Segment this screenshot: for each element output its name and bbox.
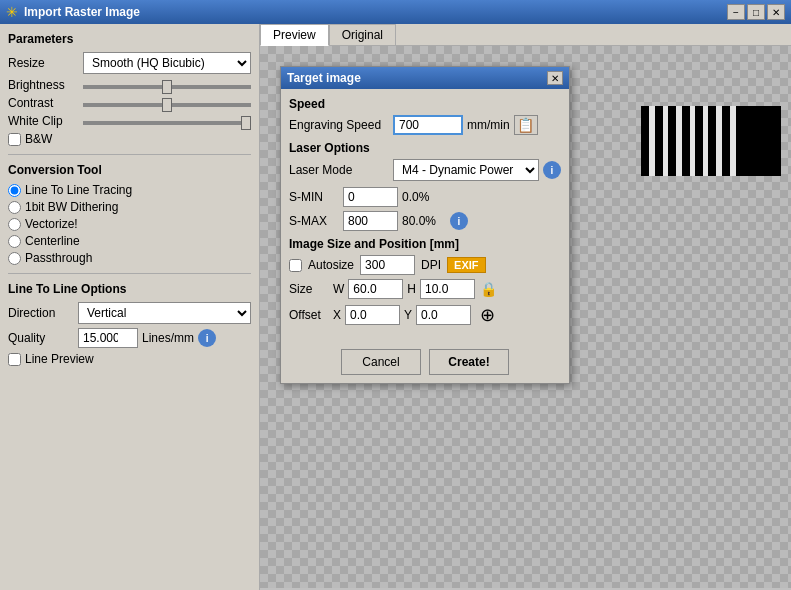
radio-line-tracing[interactable]: Line To Line Tracing (8, 183, 251, 197)
dpi-label: DPI (421, 258, 441, 272)
dialog-body: Speed Engraving Speed mm/min 📋 Laser Opt… (281, 89, 569, 341)
target-image-dialog: Target image ✕ Speed Engraving Speed mm/… (280, 66, 570, 384)
autosize-label: Autosize (308, 258, 354, 272)
app-icon: ✳ (6, 4, 18, 20)
lock-button[interactable]: 🔒 (479, 280, 497, 298)
laser-options-title: Laser Options (289, 141, 561, 155)
tab-preview[interactable]: Preview (260, 24, 329, 46)
quality-label: Quality (8, 331, 78, 345)
speed-section-title: Speed (289, 97, 561, 111)
width-input[interactable] (348, 279, 403, 299)
brightness-slider[interactable] (83, 85, 251, 89)
direction-select[interactable]: Vertical (78, 302, 251, 324)
autosize-checkbox[interactable] (289, 259, 302, 272)
smax-row: S-MAX 80.0% i (289, 211, 561, 231)
radio-passthrough-input[interactable] (8, 252, 21, 265)
preview-tabs: Preview Original (260, 24, 791, 46)
close-button[interactable]: ✕ (767, 4, 785, 20)
laser-mode-row: Laser Mode M4 - Dynamic Power i (289, 159, 561, 181)
dialog-title: Target image (287, 71, 361, 85)
radio-centerline-label: Centerline (25, 234, 80, 248)
brightness-label: Brightness (8, 78, 83, 92)
resize-select[interactable]: Smooth (HQ Bicubic) (83, 52, 251, 74)
engraving-speed-label: Engraving Speed (289, 118, 389, 132)
x-offset-input[interactable] (345, 305, 400, 325)
resize-row: Resize Smooth (HQ Bicubic) (8, 52, 251, 74)
radio-passthrough-label: Passthrough (25, 251, 92, 265)
parameters-title: Parameters (8, 32, 251, 46)
smax-label: S-MAX (289, 214, 339, 228)
quality-unit: Lines/mm (142, 331, 194, 345)
maximize-button[interactable]: □ (747, 4, 765, 20)
speed-unit: mm/min (467, 118, 510, 132)
radio-bw-dithering-input[interactable] (8, 201, 21, 214)
x-label: X (333, 308, 341, 322)
dpi-input[interactable] (360, 255, 415, 275)
tab-original[interactable]: Original (329, 24, 396, 45)
smax-info-button[interactable]: i (450, 212, 468, 230)
radio-centerline-input[interactable] (8, 235, 21, 248)
line-preview-checkbox[interactable] (8, 353, 21, 366)
radio-vectorize[interactable]: Vectorize! (8, 217, 251, 231)
radio-passthrough[interactable]: Passthrough (8, 251, 251, 265)
line-options-title: Line To Line Options (8, 282, 251, 296)
minimize-button[interactable]: − (727, 4, 745, 20)
autosize-row: Autosize DPI EXIF (289, 255, 561, 275)
line-preview-label: Line Preview (25, 352, 94, 366)
dialog-cancel-button[interactable]: Cancel (341, 349, 421, 375)
whiteclip-slider[interactable] (83, 121, 251, 125)
radio-vectorize-label: Vectorize! (25, 217, 78, 231)
w-label: W (333, 282, 344, 296)
dialog-create-button[interactable]: Create! (429, 349, 509, 375)
quality-info-button[interactable]: i (198, 329, 216, 347)
whiteclip-label: White Clip (8, 114, 83, 128)
title-bar: ✳ Import Raster Image − □ ✕ (0, 0, 791, 24)
line-preview-row: Line Preview (8, 352, 251, 366)
direction-row: Direction Vertical (8, 302, 251, 324)
smin-row: S-MIN 0.0% (289, 187, 561, 207)
radio-line-tracing-input[interactable] (8, 184, 21, 197)
book-button[interactable]: 📋 (514, 115, 538, 135)
radio-line-tracing-label: Line To Line Tracing (25, 183, 132, 197)
size-section-title: Image Size and Position [mm] (289, 237, 561, 251)
contrast-label: Contrast (8, 96, 83, 110)
laser-mode-label: Laser Mode (289, 163, 389, 177)
bw-checkbox[interactable] (8, 133, 21, 146)
modal-overlay: Target image ✕ Speed Engraving Speed mm/… (260, 46, 791, 588)
radio-bw-dithering[interactable]: 1bit BW Dithering (8, 200, 251, 214)
smin-label: S-MIN (289, 190, 339, 204)
whiteclip-row: White Clip (8, 114, 251, 128)
right-panel: Preview Original (260, 24, 791, 590)
y-offset-input[interactable] (416, 305, 471, 325)
radio-centerline[interactable]: Centerline (8, 234, 251, 248)
size-label: Size (289, 282, 329, 296)
contrast-row: Contrast (8, 96, 251, 110)
laser-info-button[interactable]: i (543, 161, 561, 179)
left-panel: Parameters Resize Smooth (HQ Bicubic) Br… (0, 24, 260, 590)
offset-row: Offset X Y ⊕ (289, 303, 561, 327)
radio-vectorize-input[interactable] (8, 218, 21, 231)
dialog-buttons: Cancel Create! (281, 341, 569, 383)
window-controls: − □ ✕ (727, 4, 785, 20)
window-title: Import Raster Image (24, 5, 140, 19)
engraving-speed-input[interactable] (393, 115, 463, 135)
dialog-titlebar: Target image ✕ (281, 67, 569, 89)
quality-input[interactable] (78, 328, 138, 348)
size-wh-row: Size W H 🔒 (289, 279, 561, 299)
smax-pct: 80.0% (402, 214, 442, 228)
exif-button[interactable]: EXIF (447, 257, 485, 273)
y-label: Y (404, 308, 412, 322)
bw-row: B&W (8, 132, 251, 146)
quality-row: Quality Lines/mm i (8, 328, 251, 348)
contrast-slider[interactable] (83, 103, 251, 107)
brightness-row: Brightness (8, 78, 251, 92)
engraving-speed-row: Engraving Speed mm/min 📋 (289, 115, 561, 135)
bw-label: B&W (25, 132, 52, 146)
dialog-close-button[interactable]: ✕ (547, 71, 563, 85)
height-input[interactable] (420, 279, 475, 299)
crosshair-button[interactable]: ⊕ (475, 303, 499, 327)
resize-label: Resize (8, 56, 83, 70)
smin-input[interactable] (343, 187, 398, 207)
smax-input[interactable] (343, 211, 398, 231)
laser-mode-select[interactable]: M4 - Dynamic Power (393, 159, 539, 181)
